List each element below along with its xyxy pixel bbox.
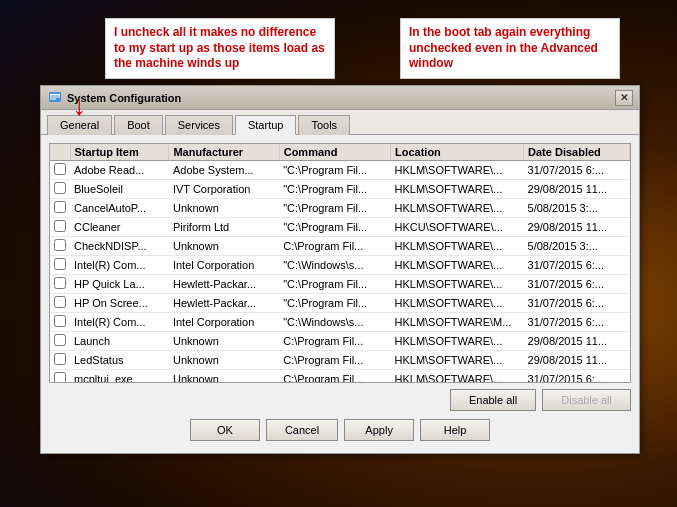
row-checkbox-7[interactable] <box>54 296 66 308</box>
row-command-10: C:\Program Fil... <box>279 351 390 370</box>
row-checkbox-3[interactable] <box>54 220 66 232</box>
row-checkbox-cell[interactable] <box>50 218 70 237</box>
row-manufacturer-5: Intel Corporation <box>169 256 279 275</box>
col-location: Location <box>390 144 523 161</box>
row-manufacturer-7: Hewlett-Packar... <box>169 294 279 313</box>
row-date-9: 29/08/2015 11... <box>524 332 630 351</box>
row-checkbox-cell[interactable] <box>50 256 70 275</box>
row-checkbox-cell[interactable] <box>50 351 70 370</box>
cancel-button[interactable]: Cancel <box>266 419 338 441</box>
row-item-0: Adobe Read... <box>70 161 169 180</box>
row-checkbox-cell[interactable] <box>50 332 70 351</box>
table-row: mcpltui_exe Unknown C:\Program Fil... HK… <box>50 370 630 384</box>
row-manufacturer-0: Adobe System... <box>169 161 279 180</box>
row-checkbox-cell[interactable] <box>50 180 70 199</box>
row-manufacturer-11: Unknown <box>169 370 279 384</box>
row-location-7: HKLM\SOFTWARE\... <box>390 294 523 313</box>
row-checkbox-6[interactable] <box>54 277 66 289</box>
red-arrow-icon: ↑ <box>72 95 86 123</box>
row-date-4: 5/08/2015 3:... <box>524 237 630 256</box>
table-row: Launch Unknown C:\Program Fil... HKLM\SO… <box>50 332 630 351</box>
row-item-2: CancelAutoP... <box>70 199 169 218</box>
col-command: Command <box>279 144 390 161</box>
table-row: CheckNDISP... Unknown C:\Program Fil... … <box>50 237 630 256</box>
row-command-7: "C:\Program Fil... <box>279 294 390 313</box>
svg-rect-2 <box>50 96 60 97</box>
row-item-5: Intel(R) Com... <box>70 256 169 275</box>
row-checkbox-cell[interactable] <box>50 294 70 313</box>
col-checkbox <box>50 144 70 161</box>
row-date-8: 31/07/2015 6:... <box>524 313 630 332</box>
row-location-6: HKLM\SOFTWARE\... <box>390 275 523 294</box>
row-item-3: CCleaner <box>70 218 169 237</box>
table-row: BlueSoleil IVT Corporation "C:\Program F… <box>50 180 630 199</box>
row-command-5: "C:\Windows\s... <box>279 256 390 275</box>
table-row: Intel(R) Com... Intel Corporation "C:\Wi… <box>50 313 630 332</box>
tab-startup[interactable]: Startup <box>235 115 296 135</box>
row-date-1: 29/08/2015 11... <box>524 180 630 199</box>
row-manufacturer-10: Unknown <box>169 351 279 370</box>
row-date-3: 29/08/2015 11... <box>524 218 630 237</box>
row-manufacturer-3: Piriform Ltd <box>169 218 279 237</box>
row-location-10: HKLM\SOFTWARE\... <box>390 351 523 370</box>
annotation-box-1: I uncheck all it makes no difference to … <box>105 18 335 79</box>
row-item-4: CheckNDISP... <box>70 237 169 256</box>
annotation-box-2: In the boot tab again everything uncheck… <box>400 18 620 79</box>
row-checkbox-1[interactable] <box>54 182 66 194</box>
row-checkbox-2[interactable] <box>54 201 66 213</box>
row-checkbox-0[interactable] <box>54 163 66 175</box>
action-buttons-row: OK Cancel Apply Help <box>49 419 631 441</box>
row-manufacturer-6: Hewlett-Packar... <box>169 275 279 294</box>
row-checkbox-cell[interactable] <box>50 161 70 180</box>
row-checkbox-cell[interactable] <box>50 237 70 256</box>
tab-tools[interactable]: Tools <box>298 115 350 135</box>
row-item-8: Intel(R) Com... <box>70 313 169 332</box>
row-checkbox-8[interactable] <box>54 315 66 327</box>
row-manufacturer-4: Unknown <box>169 237 279 256</box>
ok-button[interactable]: OK <box>190 419 260 441</box>
row-location-11: HKLM\SOFTWARE\... <box>390 370 523 384</box>
row-manufacturer-9: Unknown <box>169 332 279 351</box>
row-location-1: HKLM\SOFTWARE\... <box>390 180 523 199</box>
row-location-5: HKLM\SOFTWARE\... <box>390 256 523 275</box>
row-checkbox-cell[interactable] <box>50 313 70 332</box>
table-header-row: Startup Item Manufacturer Command Locati… <box>50 144 630 161</box>
row-checkbox-9[interactable] <box>54 334 66 346</box>
row-item-11: mcpltui_exe <box>70 370 169 384</box>
row-item-7: HP On Scree... <box>70 294 169 313</box>
help-button[interactable]: Help <box>420 419 490 441</box>
row-checkbox-cell[interactable] <box>50 199 70 218</box>
row-checkbox-10[interactable] <box>54 353 66 365</box>
startup-table: Startup Item Manufacturer Command Locati… <box>50 144 630 383</box>
svg-rect-3 <box>50 98 56 99</box>
row-checkbox-cell[interactable] <box>50 275 70 294</box>
dialog-title: System Configuration <box>67 92 615 104</box>
row-date-6: 31/07/2015 6:... <box>524 275 630 294</box>
row-date-0: 31/07/2015 6:... <box>524 161 630 180</box>
tab-boot[interactable]: Boot <box>114 115 163 135</box>
row-location-4: HKLM\SOFTWARE\... <box>390 237 523 256</box>
dialog-icon <box>47 90 63 106</box>
row-item-1: BlueSoleil <box>70 180 169 199</box>
row-date-5: 31/07/2015 6:... <box>524 256 630 275</box>
row-command-1: "C:\Program Fil... <box>279 180 390 199</box>
row-manufacturer-1: IVT Corporation <box>169 180 279 199</box>
row-command-3: "C:\Program Fil... <box>279 218 390 237</box>
row-command-4: C:\Program Fil... <box>279 237 390 256</box>
table-row: HP On Scree... Hewlett-Packar... "C:\Pro… <box>50 294 630 313</box>
disable-all-button[interactable]: Disable all <box>542 389 631 411</box>
row-command-8: "C:\Windows\s... <box>279 313 390 332</box>
row-checkbox-4[interactable] <box>54 239 66 251</box>
table-row: Adobe Read... Adobe System... "C:\Progra… <box>50 161 630 180</box>
row-checkbox-cell[interactable] <box>50 370 70 384</box>
row-checkbox-5[interactable] <box>54 258 66 270</box>
close-button[interactable]: ✕ <box>615 90 633 106</box>
tab-services[interactable]: Services <box>165 115 233 135</box>
row-command-2: "C:\Program Fil... <box>279 199 390 218</box>
row-checkbox-11[interactable] <box>54 372 66 383</box>
table-row: HP Quick La... Hewlett-Packar... "C:\Pro… <box>50 275 630 294</box>
apply-button[interactable]: Apply <box>344 419 414 441</box>
enable-all-button[interactable]: Enable all <box>450 389 536 411</box>
row-date-7: 31/07/2015 6:... <box>524 294 630 313</box>
col-startup-item: Startup Item <box>70 144 169 161</box>
